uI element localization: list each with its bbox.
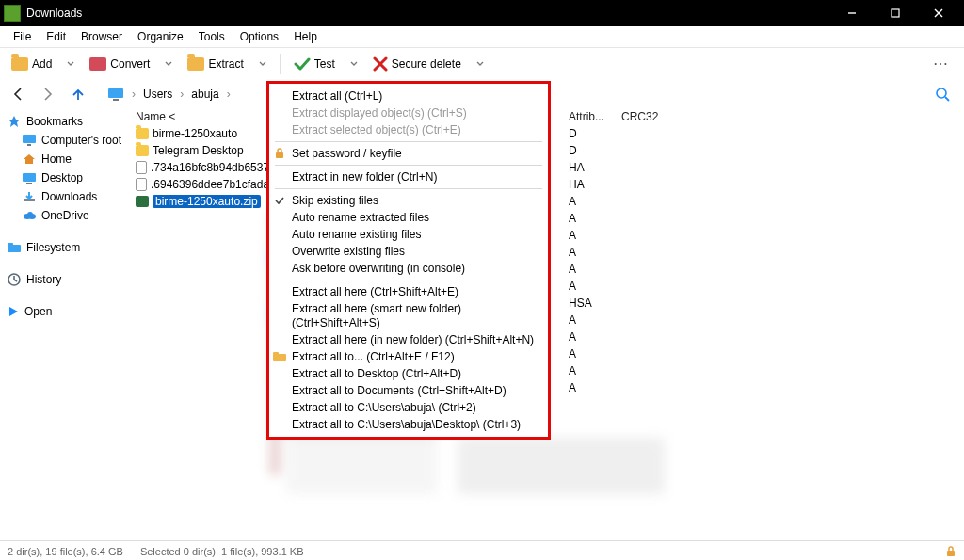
menu-item[interactable]: Set password / keyfile: [269, 145, 548, 162]
home-icon: [23, 153, 36, 165]
convert-dropdown[interactable]: [165, 60, 172, 68]
page-icon: [136, 161, 147, 174]
monitor-icon[interactable]: [107, 88, 124, 101]
chevron-icon: ›: [130, 88, 137, 101]
sidebar-open[interactable]: Open: [4, 302, 126, 321]
menu-item-label: Extract selected object(s) (Ctrl+E): [292, 123, 461, 137]
menu-item-label: Set password / keyfile: [292, 147, 402, 161]
check-icon: [294, 56, 311, 72]
close-button[interactable]: [917, 0, 960, 26]
menu-item[interactable]: Extract all here (in new folder) (Ctrl+S…: [269, 331, 548, 348]
status-selected: Selected 0 dir(s), 1 file(s), 993.1 KB: [140, 546, 304, 557]
file-attrib: A: [569, 280, 621, 293]
window-title: Downloads: [26, 7, 830, 20]
svg-rect-26: [273, 354, 286, 361]
x-icon: [373, 56, 388, 72]
sidebar-bookmarks[interactable]: Bookmarks: [4, 112, 126, 131]
sidebar-history[interactable]: History: [4, 270, 126, 289]
menu-item[interactable]: Extract all to C:\Users\abuja\Desktop\ (…: [269, 416, 548, 433]
menu-options[interactable]: Options: [233, 28, 286, 45]
menu-item[interactable]: Skip existing files: [269, 192, 548, 209]
cloud-icon: [23, 211, 36, 220]
lock-icon: [273, 147, 286, 160]
column-header-attrib[interactable]: Attrib...: [569, 110, 621, 123]
extract-context-menu[interactable]: Extract all (Ctrl+L)Extract displayed ob…: [266, 81, 551, 440]
nav-back[interactable]: [6, 82, 30, 106]
sidebar: Bookmarks Computer's root Home Desktop D…: [0, 108, 130, 540]
toolbar-separator: [280, 54, 281, 74]
menu-item[interactable]: Extract all (Ctrl+L): [269, 88, 548, 104]
add-button[interactable]: Add: [6, 54, 57, 74]
file-attrib: A: [569, 364, 621, 377]
filesystem-label: Filesystem: [26, 241, 80, 254]
convert-icon: [89, 57, 106, 71]
test-dropdown[interactable]: [350, 60, 358, 68]
titlebar: Downloads: [0, 0, 964, 26]
menu-item-label: Skip existing files: [292, 194, 378, 208]
menu-item-label: Ask before overwriting (in console): [292, 262, 465, 276]
breadcrumb-segment[interactable]: Users: [143, 88, 172, 101]
sidebar-item-computers-root[interactable]: Computer's root: [4, 131, 126, 150]
sidebar-item-label: Desktop: [41, 171, 83, 184]
sidebar-item-downloads[interactable]: Downloads: [4, 187, 126, 206]
search-button[interactable]: [932, 84, 953, 104]
menu-item[interactable]: Extract all here (smart new folder) (Ctr…: [269, 300, 548, 331]
desktop-icon: [23, 172, 36, 184]
menu-item[interactable]: Extract all to... (Ctrl+Alt+E / F12): [269, 348, 548, 365]
test-button[interactable]: Test: [288, 53, 341, 75]
status-total: 2 dir(s), 19 file(s), 6.4 GB: [8, 546, 123, 557]
convert-button[interactable]: Convert: [84, 54, 155, 74]
menu-item[interactable]: Auto rename existing files: [269, 226, 548, 243]
menu-file[interactable]: File: [6, 28, 39, 45]
maximize-button[interactable]: [874, 0, 917, 26]
sidebar-item-label: Computer's root: [41, 134, 121, 147]
menu-tools[interactable]: Tools: [191, 28, 233, 45]
menu-item[interactable]: Extract all here (Ctrl+Shift+Alt+E): [269, 283, 548, 300]
svg-rect-7: [108, 88, 123, 98]
add-dropdown[interactable]: [67, 60, 74, 68]
menu-item-label: Extract in new folder (Ctrl+N): [292, 170, 437, 184]
menu-edit[interactable]: Edit: [39, 28, 73, 45]
menu-item[interactable]: Extract in new folder (Ctrl+N): [269, 168, 548, 185]
extract-button[interactable]: Extract: [182, 54, 249, 74]
add-label: Add: [32, 57, 52, 71]
menu-separator: [275, 141, 542, 142]
sidebar-item-home[interactable]: Home: [4, 150, 126, 168]
file-attrib: A: [569, 246, 621, 259]
menu-browser[interactable]: Browser: [73, 28, 130, 45]
sidebar-filesystem[interactable]: Filesystem: [4, 238, 126, 257]
menu-item-label: Extract all to... (Ctrl+Alt+E / F12): [292, 350, 455, 364]
file-attrib: D: [569, 127, 621, 140]
minimize-button[interactable]: [830, 0, 874, 26]
menu-item[interactable]: Overwrite existing files: [269, 243, 548, 260]
svg-rect-15: [23, 173, 36, 182]
extract-label: Extract: [208, 57, 243, 71]
breadcrumb-segment[interactable]: abuja: [191, 88, 218, 101]
column-header-crc[interactable]: CRC32: [621, 110, 964, 123]
play-icon: [8, 306, 19, 317]
secure-delete-button[interactable]: Secure delete: [367, 53, 467, 75]
sidebar-item-label: Downloads: [41, 190, 97, 203]
nav-forward[interactable]: [36, 82, 60, 106]
menu-item-label: Extract all to Desktop (Ctrl+Alt+D): [292, 367, 461, 381]
menu-item[interactable]: Extract all to Documents (Ctrl+Shift+Alt…: [269, 382, 548, 399]
sidebar-item-desktop[interactable]: Desktop: [4, 168, 126, 187]
menu-item[interactable]: Extract all to C:\Users\abuja\ (Ctrl+2): [269, 399, 548, 416]
file-attrib: A: [569, 195, 621, 208]
file-attrib: A: [569, 212, 621, 225]
file-attrib: HA: [569, 161, 621, 174]
menu-item[interactable]: Ask before overwriting (in console): [269, 260, 548, 277]
menu-item[interactable]: Auto rename extracted files: [269, 209, 548, 226]
file-name: birme-1250xauto.zip: [153, 195, 261, 208]
file-name: .6946396ddee7b1cfada8: [151, 178, 276, 191]
sidebar-item-onedrive[interactable]: OneDrive: [4, 206, 126, 225]
svg-rect-8: [113, 99, 119, 101]
more-actions-button[interactable]: ···: [934, 57, 949, 71]
extract-dropdown[interactable]: [259, 60, 266, 68]
secure-delete-dropdown[interactable]: [476, 60, 484, 68]
menu-help[interactable]: Help: [286, 28, 325, 45]
menu-organize[interactable]: Organize: [130, 28, 191, 45]
nav-up[interactable]: [66, 82, 90, 106]
menu-item[interactable]: Extract all to Desktop (Ctrl+Alt+D): [269, 365, 548, 382]
file-name: .734a16bfc8b94db65375: [151, 161, 276, 174]
